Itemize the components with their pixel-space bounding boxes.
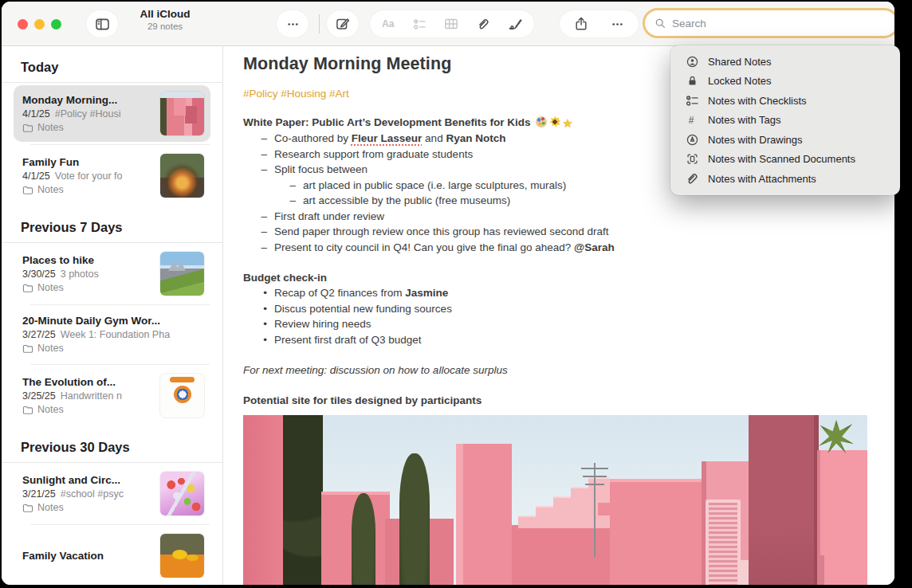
menu-item-locked-notes[interactable]: Locked Notes [670, 72, 900, 92]
zoom-window-button[interactable] [51, 19, 61, 29]
note-item-title: Family Fun [22, 155, 154, 170]
sidebar-toggle-button[interactable] [86, 10, 118, 37]
text: art accessible by the public (free museu… [303, 194, 510, 206]
note-list-item[interactable]: 20-Minute Daily Gym Wor...3/27/25Week 1:… [14, 308, 210, 362]
menu-item-notes-with-checklists[interactable]: Notes with Checklists [670, 91, 900, 111]
dash-marker: – [243, 178, 303, 194]
markup-icon[interactable] [508, 17, 523, 32]
bold-text: Ryan Notch [446, 132, 505, 144]
note-list-item[interactable]: Family Fun4/1/25Vote for your foNotes [14, 147, 210, 204]
folder-icon [22, 503, 33, 513]
menu-item-label: Notes with Tags [708, 114, 781, 126]
text: Review hiring needs [274, 318, 371, 330]
section-header: Previous 7 Days [2, 206, 222, 242]
note-list-item[interactable]: Family Vacation [14, 527, 210, 584]
bold-text: Fleur Lasseur [352, 132, 423, 144]
search-input[interactable] [670, 17, 833, 30]
line-text: Research support from graduate students [274, 147, 473, 163]
window-controls [18, 19, 61, 29]
text: Split focus between [274, 163, 368, 175]
note-list-line: •Recap of Q2 finances from Jasmine [243, 285, 867, 301]
bold-text: @Sarah [574, 241, 615, 253]
palette-emoji [536, 116, 547, 127]
minimize-window-button[interactable] [34, 19, 45, 29]
section-header: Previous 30 Days [2, 426, 222, 462]
note-item-folder: Notes [22, 121, 154, 135]
menu-item-label: Notes with Scanned Documents [708, 153, 855, 165]
note-item-title: Places to hike [22, 253, 154, 268]
text: For next meeting: discussion on how to a… [243, 364, 508, 376]
text: art placed in public space (i.e. large s… [303, 179, 566, 191]
note-item-folder: Notes [22, 342, 204, 355]
text: Recap of Q2 finances from [274, 287, 405, 299]
note-list-item[interactable]: Monday Morning...4/1/25#Policy #HousiNot… [14, 85, 210, 142]
note-item-snippet: Handwritten n [61, 390, 122, 402]
menu-item-label: Notes with Checklists [708, 95, 807, 107]
text: Present to city council in Q4! Can you g… [274, 241, 574, 253]
note-list-item[interactable]: Places to hike3/30/253 photosNotes [14, 245, 210, 302]
close-window-button[interactable] [18, 19, 28, 29]
pink-building-photo[interactable] [243, 415, 867, 585]
folder-title: All iCloud [121, 8, 209, 21]
cypress-art [352, 493, 375, 585]
line-text: Discus potential new funding sources [274, 301, 452, 317]
note-list-line: •Present first draft of Q3 budget [243, 332, 867, 348]
share-icon[interactable] [574, 17, 588, 31]
note-item-meta: 3/30/253 photos [22, 268, 154, 281]
tree-art [283, 415, 323, 585]
note-heading: Potential site for tiles designed by par… [243, 393, 867, 408]
menu-item-label: Locked Notes [708, 75, 772, 87]
note-item-title: Monday Morning... [22, 93, 154, 108]
menu-item-notes-with-tags[interactable]: #Notes with Tags [670, 111, 900, 131]
note-item-title: Family Vacation [22, 549, 154, 563]
format-aa-icon: Aa [381, 17, 395, 31]
note-list-line: –Present to city council in Q4! Can you … [243, 240, 867, 256]
note-item-meta: 3/25/25Handwritten n [22, 390, 154, 403]
search-field[interactable] [643, 8, 894, 38]
menu-item-notes-with-scanned-documents[interactable]: Notes with Scanned Documents [670, 150, 900, 170]
shutter-window-art [706, 500, 741, 585]
sketch-thumb [160, 374, 204, 417]
attachment-icon[interactable] [476, 17, 490, 31]
text: Research support from graduate students [274, 148, 473, 160]
row-divider [30, 304, 210, 305]
cypress-art [399, 453, 430, 585]
star-emoji: ★ [562, 116, 572, 131]
note-list-item[interactable]: The Evolution of...3/25/25Handwritten nN… [14, 367, 210, 424]
line-text: Send paper through review once this grou… [274, 224, 609, 240]
note-item-snippet: #Policy #Housi [55, 108, 121, 120]
note-item-meta: 3/27/25Week 1: Foundation Pha [22, 328, 204, 342]
folder-name: Notes [37, 281, 64, 295]
ellipsis-icon[interactable] [611, 18, 624, 31]
dash-marker: – [243, 224, 274, 240]
ellipsis-icon[interactable] [286, 18, 300, 31]
toolbar-title-block: All iCloud 29 notes [121, 8, 209, 32]
dash-marker: – [243, 147, 274, 163]
menu-item-notes-with-drawings[interactable]: Notes with Drawings [670, 130, 900, 150]
note-list-item[interactable]: Sunlight and Circ...3/21/25#school #psyc… [14, 465, 210, 522]
note-item-date: 3/30/25 [22, 269, 56, 280]
menu-item-notes-with-attachments[interactable]: Notes with Attachments [670, 169, 900, 189]
folder-name: Notes [37, 121, 64, 135]
row-divider [30, 144, 210, 145]
line-text: Recap of Q2 finances from Jasmine [274, 285, 448, 301]
bullet-marker: • [243, 332, 274, 348]
menu-item-shared-notes[interactable]: Shared Notes [670, 52, 900, 72]
menu-item-label: Notes with Drawings [708, 134, 803, 146]
note-item-date: 3/27/25 [22, 329, 56, 340]
text: First draft under review [274, 210, 384, 222]
folder-icon [22, 123, 33, 133]
line-text: art placed in public space (i.e. large s… [303, 178, 566, 194]
dash-marker: – [243, 240, 274, 256]
checklist-icon [685, 94, 699, 108]
svg-text:Aa: Aa [382, 18, 395, 29]
checklist-icon [413, 18, 427, 31]
svg-text:#: # [688, 115, 694, 126]
table-icon [444, 17, 458, 31]
note-item-folder: Notes [22, 403, 154, 417]
line-text: art accessible by the public (free museu… [303, 193, 510, 209]
note-heading: Budget check-in [243, 270, 867, 285]
note-italic-line: For next meeting: discussion on how to a… [243, 363, 867, 378]
compose-icon[interactable] [336, 17, 350, 31]
family-photo-thumb [160, 154, 204, 198]
